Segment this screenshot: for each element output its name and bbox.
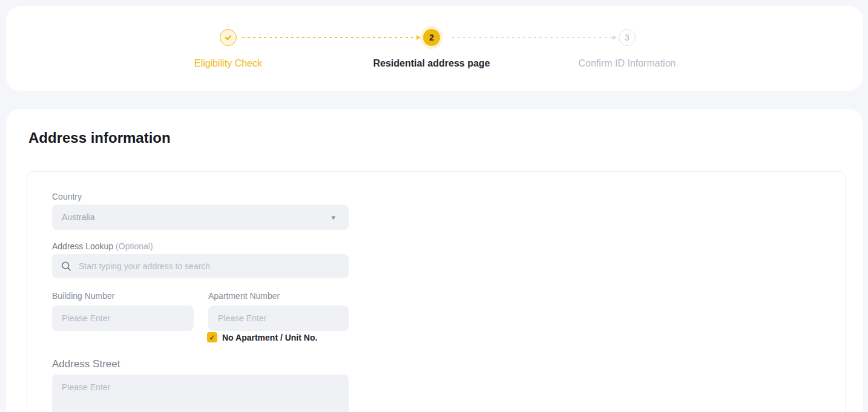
checkmark-icon: ✓ [209, 333, 215, 342]
building-number-label: Building Number [52, 291, 115, 301]
stepper-connector-1 [242, 37, 416, 38]
country-selected-value: Australia [62, 212, 94, 222]
step-3-circle-upcoming: 3 [619, 29, 636, 46]
address-form: Country Australia ▾ Address Lookup (Opti… [27, 171, 846, 412]
page-title: Address information [28, 129, 171, 146]
kyc-verification-page: Eligibility Check 2 Residential address … [0, 0, 868, 412]
country-label: Country [52, 192, 82, 201]
stepper-connector-2 [452, 37, 613, 38]
address-lookup-optional-hint: (Optional) [116, 241, 153, 251]
address-street-input[interactable] [52, 374, 349, 412]
address-lookup-label-text: Address Lookup [52, 241, 113, 251]
step-2-circle-current: 2 [423, 29, 440, 46]
country-select[interactable]: Australia ▾ [52, 204, 349, 230]
apartment-number-label: Apartment Number [208, 291, 280, 301]
no-apartment-checkbox-label[interactable]: No Apartment / Unit No. [222, 333, 317, 342]
check-icon [224, 33, 232, 42]
address-information-card: Address information Country Australia ▾ … [6, 109, 863, 412]
step-label-confirm-id: Confirm ID Information [579, 58, 676, 69]
no-apartment-checkbox[interactable]: ✓ [207, 332, 217, 342]
step-2-number: 2 [429, 33, 434, 42]
address-lookup-label: Address Lookup (Optional) [52, 241, 153, 251]
address-lookup-field [52, 254, 349, 278]
step-1-circle-completed [220, 29, 237, 46]
no-apartment-checkbox-row: ✓ No Apartment / Unit No. [207, 332, 317, 342]
chevron-down-icon: ▾ [331, 214, 335, 221]
step-label-residential-address: Residential address page [373, 58, 490, 69]
apartment-number-input[interactable] [208, 306, 349, 331]
stepper-card: Eligibility Check 2 Residential address … [6, 6, 863, 91]
step-label-eligibility-check: Eligibility Check [194, 58, 262, 69]
address-lookup-input[interactable] [52, 254, 349, 278]
building-number-input[interactable] [52, 306, 194, 331]
step-3-number: 3 [625, 33, 630, 42]
address-street-label: Address Street [52, 358, 120, 370]
